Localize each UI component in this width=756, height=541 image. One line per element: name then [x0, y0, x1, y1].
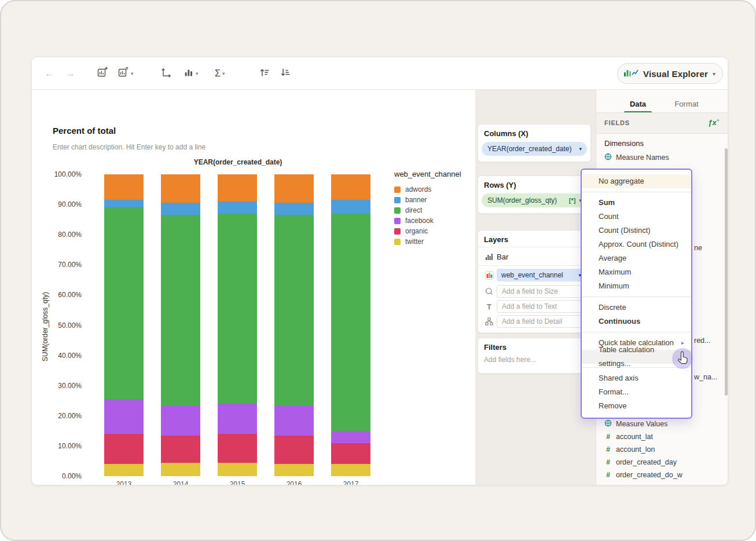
aggregate-button[interactable]: Σ ▾ [215, 67, 225, 81]
mark-type-row[interactable]: Bar [478, 249, 590, 264]
bar-segment-organic-2014[interactable] [161, 436, 200, 463]
bar-segment-facebook-2017[interactable] [331, 431, 370, 443]
legend-item-facebook[interactable]: facebook [394, 215, 473, 226]
menu-item-table-calculation-settings[interactable]: Table calculation settings... [582, 350, 691, 364]
color-pill-label: web_event_channel [501, 271, 563, 279]
bar-segment-organic-2015[interactable] [218, 434, 257, 462]
color-pill[interactable]: web_event_channel ▾ [497, 269, 586, 282]
dimensions-section-label: Dimensions [604, 139, 644, 148]
bar-segment-organic-2016[interactable] [274, 436, 314, 464]
chart-type-button[interactable]: ▾ [184, 67, 199, 81]
rows-pill[interactable]: SUM(order_gloss_qty) [*] ▾ [482, 193, 587, 207]
dimensions-list: Measure Names [604, 151, 720, 164]
menu-item-average[interactable]: Average [582, 251, 691, 265]
y-axis-tick-label: 70.00% [38, 261, 82, 269]
bar-segment-direct-2017[interactable] [331, 214, 370, 431]
bar-segment-banner-2017[interactable] [331, 200, 370, 213]
sort-ascending-icon [259, 67, 270, 81]
menu-item-sum[interactable]: Sum [582, 196, 691, 210]
bar-segment-organic-2017[interactable] [331, 443, 370, 464]
bar-segment-facebook-2013[interactable] [104, 399, 144, 434]
bar-segment-direct-2014[interactable] [161, 215, 200, 405]
legend-item-twitter[interactable]: twitter [394, 236, 473, 247]
menu-item-count[interactable]: Count [582, 210, 691, 224]
menu-item-remove[interactable]: Remove [582, 399, 691, 413]
bar-segment-twitter-2015[interactable] [218, 463, 257, 476]
bar-segment-adwords-2017[interactable] [331, 174, 370, 200]
bar-segment-direct-2013[interactable] [104, 207, 144, 399]
bar-segment-adwords-2015[interactable] [218, 174, 257, 202]
text-field-input[interactable]: Add a field to Text [497, 300, 586, 313]
field-item-account-lon[interactable]: #account_lon [604, 443, 720, 456]
bar-mark-icon [485, 253, 494, 261]
fields-scrollbar[interactable] [725, 148, 728, 396]
bar-segment-adwords-2013[interactable] [104, 174, 144, 200]
bar-segment-twitter-2014[interactable] [161, 463, 200, 476]
field-item-order-created-day[interactable]: #order_created_day [604, 456, 720, 469]
bar-segment-banner-2016[interactable] [274, 203, 314, 215]
columns-pill[interactable]: YEAR(order_created_date) ▾ [482, 142, 587, 156]
chevron-down-icon: ▾ [713, 71, 715, 77]
bar-segment-banner-2014[interactable] [161, 203, 200, 215]
legend-item-organic[interactable]: organic [394, 226, 473, 236]
menu-item-approx-count-distinct[interactable]: Approx. Count (Distinct) [582, 237, 691, 251]
menu-item-format[interactable]: Format... [582, 385, 691, 399]
field-item-measure-values[interactable]: Measure Values [604, 418, 720, 430]
bar-segment-direct-2016[interactable] [274, 215, 314, 405]
back-button[interactable]: ← [45, 67, 54, 81]
tab-data[interactable]: Data [619, 96, 656, 113]
sort-descending-button[interactable] [280, 67, 291, 81]
menu-item-no-aggregate[interactable]: No aggregate [582, 174, 691, 188]
bar-segment-adwords-2014[interactable] [161, 174, 200, 203]
field-item-order-created-do-w[interactable]: #order_created_do_w [604, 469, 720, 481]
legend-item-adwords[interactable]: adwords [394, 184, 473, 195]
menu-item-shared-axis[interactable]: Shared axis [582, 371, 691, 385]
legend-item-banner[interactable]: banner [394, 195, 473, 205]
field-item-measure-names[interactable]: Measure Names [604, 151, 720, 164]
menu-item-maximum[interactable]: Maximum [582, 265, 691, 279]
chevron-down-icon[interactable]: ▾ [579, 146, 582, 152]
tab-format[interactable]: Format [667, 96, 706, 113]
delete-chart-button[interactable]: ▾ [118, 67, 134, 81]
obscured-field-fragment: ne [694, 244, 728, 252]
legend-item-direct[interactable]: direct [394, 205, 473, 215]
number-field-icon: # [604, 471, 612, 479]
filters-drop-area[interactable]: Add fields here... [484, 356, 536, 364]
visual-explorer-menu[interactable]: Visual Explorer ▾ [617, 63, 723, 84]
bar-segment-facebook-2016[interactable] [274, 405, 314, 436]
swap-axes-button[interactable] [160, 67, 172, 81]
menu-item-minimum[interactable]: Minimum [582, 279, 691, 293]
size-shelf-icon [485, 287, 494, 295]
legend-title: web_event_channel [394, 170, 473, 178]
menu-item-count-distinct[interactable]: Count (Distinct) [582, 224, 691, 237]
number-field-icon: # [604, 445, 612, 454]
bar-segment-twitter-2016[interactable] [274, 464, 314, 476]
duplicate-chart-button[interactable] [97, 67, 108, 81]
bar-segment-banner-2015[interactable] [218, 202, 257, 214]
widget-description-placeholder[interactable]: Enter chart description. Hit Enter key t… [53, 143, 205, 151]
bar-segment-facebook-2014[interactable] [161, 405, 200, 436]
bar-segment-banner-2013[interactable] [104, 200, 144, 207]
field-label: order_created_do_w [616, 471, 682, 479]
forward-button[interactable]: → [65, 67, 75, 81]
app-title: Visual Explorer [643, 69, 708, 79]
screen: ← → ▾ [0, 0, 756, 541]
y-axis-tick-label: 80.00% [38, 231, 82, 239]
menu-item-discrete[interactable]: Discrete [582, 301, 691, 315]
detail-field-input[interactable]: Add a field to Detail [497, 315, 586, 328]
size-field-input[interactable]: Add a field to Size [497, 285, 586, 298]
bar-segment-direct-2015[interactable] [218, 214, 257, 404]
sort-ascending-button[interactable] [259, 67, 270, 81]
bar-segment-twitter-2017[interactable] [331, 464, 370, 476]
bar-segment-adwords-2016[interactable] [274, 174, 314, 203]
x-axis-tick-label: 2015 [214, 480, 260, 485]
menu-divider [582, 192, 691, 192]
bar-segment-twitter-2013[interactable] [104, 464, 144, 476]
bar-segment-facebook-2015[interactable] [218, 404, 257, 434]
add-formula-field-button[interactable]: ƒx+ [708, 118, 720, 127]
widget-title[interactable]: Percent of total [53, 126, 116, 136]
bar-segment-organic-2013[interactable] [104, 434, 144, 464]
menu-item-label: Average [599, 251, 626, 265]
field-item-account-lat[interactable]: #account_lat [604, 430, 720, 443]
menu-item-continuous[interactable]: Continuous [582, 315, 691, 328]
